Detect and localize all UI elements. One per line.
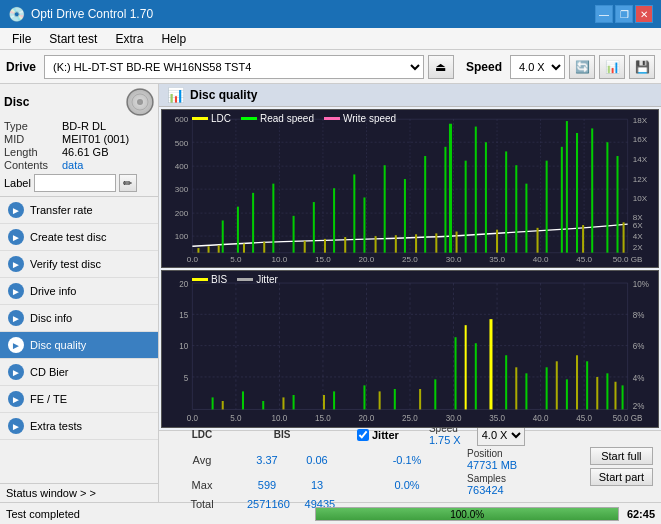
svg-text:200: 200 xyxy=(175,209,189,218)
start-part-button[interactable]: Start part xyxy=(590,468,653,486)
sidebar-item-drive-info[interactable]: ► Drive info xyxy=(0,278,158,305)
ldc-stats: LDC xyxy=(167,429,237,440)
eject-button[interactable]: ⏏ xyxy=(428,55,454,79)
max-ldc: 599 xyxy=(247,479,287,491)
sidebar-item-verify-test-disc[interactable]: ► Verify test disc xyxy=(0,251,158,278)
menu-help[interactable]: Help xyxy=(153,30,194,48)
chart-header-title: Disc quality xyxy=(190,88,257,102)
svg-text:600: 600 xyxy=(175,115,189,124)
contents-value[interactable]: data xyxy=(62,159,83,171)
label-input[interactable] xyxy=(34,174,116,192)
minimize-button[interactable]: — xyxy=(595,5,613,23)
status-text: Test completed xyxy=(6,508,307,520)
status-window-label: Status window > > xyxy=(6,487,96,499)
svg-text:30.0: 30.0 xyxy=(446,255,462,264)
sidebar-item-transfer-rate[interactable]: ► Transfer rate xyxy=(0,197,158,224)
svg-text:16X: 16X xyxy=(633,136,647,145)
sidebar-item-extra-tests[interactable]: ► Extra tests xyxy=(0,413,158,440)
menu-start-test[interactable]: Start test xyxy=(41,30,105,48)
type-value: BD-R DL xyxy=(62,120,106,132)
disc-quality-icon: ► xyxy=(8,337,24,353)
svg-text:10X: 10X xyxy=(633,194,647,203)
save-button[interactable]: 💾 xyxy=(629,55,655,79)
type-label: Type xyxy=(4,120,62,132)
menu-bar: File Start test Extra Help xyxy=(0,28,661,50)
svg-text:15.0: 15.0 xyxy=(315,255,331,264)
svg-text:50.0 GB: 50.0 GB xyxy=(613,412,643,423)
svg-text:20: 20 xyxy=(179,277,188,288)
cd-bier-label: CD Bier xyxy=(30,366,69,378)
disc-contents-row: Contents data xyxy=(4,159,154,171)
verify-test-disc-label: Verify test disc xyxy=(30,258,101,270)
speed-label: Speed xyxy=(466,60,502,74)
nav-items: ► Transfer rate ► Create test disc ► Ver… xyxy=(0,197,158,440)
svg-text:100: 100 xyxy=(175,232,189,241)
extra-tests-label: Extra tests xyxy=(30,420,82,432)
svg-text:10: 10 xyxy=(179,340,188,351)
svg-rect-78 xyxy=(218,245,220,252)
sidebar-item-cd-bier[interactable]: ► CD Bier xyxy=(0,359,158,386)
title-bar-left: 💿 Opti Drive Control 1.70 xyxy=(8,6,153,22)
app-icon: 💿 xyxy=(8,6,25,22)
svg-text:15: 15 xyxy=(179,309,188,320)
progress-text: 100.0% xyxy=(316,509,617,520)
cd-bier-icon: ► xyxy=(8,364,24,380)
svg-rect-81 xyxy=(304,241,306,253)
avg-row: Avg xyxy=(167,454,237,466)
svg-text:8%: 8% xyxy=(633,309,645,320)
transfer-rate-label: Transfer rate xyxy=(30,204,93,216)
ldc-color xyxy=(192,117,208,120)
disc-title: Disc xyxy=(4,95,29,109)
sidebar-item-disc-info[interactable]: ► Disc info xyxy=(0,305,158,332)
menu-extra[interactable]: Extra xyxy=(107,30,151,48)
progress-bar: 100.0% xyxy=(315,507,618,521)
title-bar-controls: — ❐ ✕ xyxy=(595,5,653,23)
svg-rect-80 xyxy=(263,242,265,253)
svg-text:45.0: 45.0 xyxy=(576,412,592,423)
verify-test-disc-icon: ► xyxy=(8,256,24,272)
max-jitter: 0.0% xyxy=(377,479,437,491)
write-speed-color xyxy=(324,117,340,120)
restore-button[interactable]: ❐ xyxy=(615,5,633,23)
svg-text:400: 400 xyxy=(175,162,189,171)
svg-text:4%: 4% xyxy=(633,371,645,382)
disc-header: Disc xyxy=(4,88,154,116)
length-label: Length xyxy=(4,146,62,158)
jitter-color xyxy=(237,278,253,281)
refresh-button[interactable]: 🔄 xyxy=(569,55,595,79)
status-window[interactable]: Status window > > xyxy=(0,483,158,502)
close-button[interactable]: ✕ xyxy=(635,5,653,23)
label-edit-button[interactable]: ✏ xyxy=(119,174,137,192)
avg-label: Avg xyxy=(193,454,212,466)
mid-label: MID xyxy=(4,133,62,145)
svg-text:20.0: 20.0 xyxy=(359,255,375,264)
svg-text:25.0: 25.0 xyxy=(402,412,418,423)
svg-text:0.0: 0.0 xyxy=(187,412,198,423)
max-bis: 13 xyxy=(297,479,337,491)
disc-info-label: Disc info xyxy=(30,312,72,324)
top-chart: LDC Read speed Write speed xyxy=(161,109,659,268)
chart-button[interactable]: 📊 xyxy=(599,55,625,79)
avg-bis: 0.06 xyxy=(297,454,337,466)
menu-file[interactable]: File xyxy=(4,30,39,48)
svg-rect-91 xyxy=(582,225,584,253)
sidebar-item-create-test-disc[interactable]: ► Create test disc xyxy=(0,224,158,251)
start-full-button[interactable]: Start full xyxy=(590,447,653,465)
sidebar-item-disc-quality[interactable]: ► Disc quality xyxy=(0,332,158,359)
sidebar-item-fe-te[interactable]: ► FE / TE xyxy=(0,386,158,413)
drive-info-icon: ► xyxy=(8,283,24,299)
charts-area: LDC Read speed Write speed xyxy=(159,107,661,430)
jitter-checkbox[interactable] xyxy=(357,429,369,441)
disc-panel: Disc Type BD-R DL xyxy=(0,84,158,197)
drive-info-label: Drive info xyxy=(30,285,76,297)
bis-header: BIS xyxy=(274,429,291,440)
drive-select[interactable]: (K:) HL-DT-ST BD-RE WH16NS58 TST4 xyxy=(44,55,424,79)
extra-tests-icon: ► xyxy=(8,418,24,434)
svg-text:14X: 14X xyxy=(633,155,647,164)
samples-info: Samples 763424 xyxy=(467,473,506,496)
speed-select[interactable]: 4.0 X xyxy=(510,55,565,79)
stats-row: LDC BIS Jitter Speed 1.75 X xyxy=(159,430,661,502)
svg-rect-86 xyxy=(415,234,417,252)
disc-length-row: Length 46.61 GB xyxy=(4,146,154,158)
read-speed-label: Read speed xyxy=(260,113,314,124)
